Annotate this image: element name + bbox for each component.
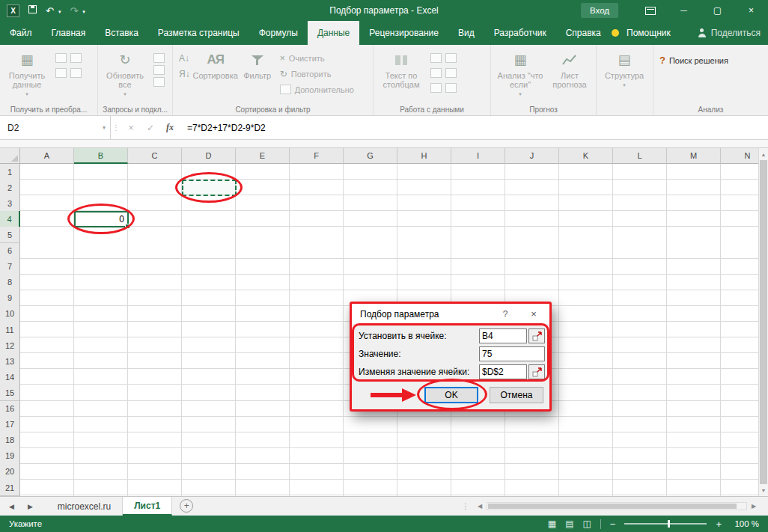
to-value-input[interactable] [479, 346, 545, 361]
zoom-out-button[interactable]: − [610, 519, 616, 530]
tab-help[interactable]: Справка [556, 21, 611, 45]
row-header-19[interactable]: 19 [0, 448, 20, 465]
row-header-7[interactable]: 7 [0, 259, 20, 275]
column-header-A[interactable]: A [20, 148, 74, 164]
cancel-entry-button[interactable]: × [121, 116, 141, 139]
manage-data-model-icon[interactable] [445, 83, 457, 93]
advanced-filter-button[interactable]: Дополнительно [277, 82, 357, 97]
set-cell-input[interactable] [479, 328, 527, 343]
minimize-button[interactable]: ─ [667, 0, 701, 21]
row-header-2[interactable]: 2 [0, 180, 20, 196]
clear-filter-button[interactable]: ×Очистить [277, 50, 357, 66]
tab-developer[interactable]: Разработчик [484, 21, 556, 45]
zoom-in-button[interactable]: + [716, 519, 722, 530]
row-header-18[interactable]: 18 [0, 432, 20, 449]
data-validation-icon[interactable] [430, 83, 442, 93]
sheet-tab-microexcel[interactable]: microexcel.ru [46, 497, 123, 516]
formula-bar-handle[interactable]: ⋮ [111, 116, 121, 139]
set-cell-range-picker-button[interactable] [528, 328, 545, 343]
row-header-14[interactable]: 14 [0, 369, 20, 385]
confirm-entry-button[interactable]: ✓ [141, 116, 160, 139]
dialog-title-bar[interactable]: Подбор параметра ? × [352, 304, 549, 324]
row-header-13[interactable]: 13 [0, 353, 20, 370]
row-header-6[interactable]: 6 [0, 243, 20, 260]
connections-icon[interactable] [153, 53, 165, 63]
row-header-8[interactable]: 8 [0, 275, 20, 291]
scroll-left-icon[interactable]: ◀ [475, 503, 485, 510]
tab-home[interactable]: Главная [42, 21, 96, 45]
name-box-caret-icon[interactable]: ▾ [103, 124, 106, 131]
formula-input[interactable]: =7*D2+17*D2-9*D2 [180, 116, 768, 139]
scroll-down-icon[interactable]: ▼ [759, 485, 768, 495]
by-cell-range-picker-button[interactable] [528, 364, 545, 379]
flash-fill-icon[interactable] [430, 53, 442, 63]
zoom-slider-thumb[interactable] [668, 520, 670, 528]
column-header-L[interactable]: L [613, 148, 667, 164]
row-header-10[interactable]: 10 [0, 306, 20, 322]
tab-insert[interactable]: Вставка [95, 21, 148, 45]
row-header-5[interactable]: 5 [0, 227, 20, 243]
column-header-H[interactable]: H [397, 148, 451, 164]
column-header-C[interactable]: C [128, 148, 182, 164]
column-header-J[interactable]: J [505, 148, 559, 164]
sheet-tab-list1[interactable]: Лист1 [123, 497, 172, 516]
row-header-3[interactable]: 3 [0, 195, 20, 212]
page-layout-view-icon[interactable]: ▤ [565, 519, 573, 529]
maximize-button[interactable]: ▢ [701, 0, 734, 21]
sign-in-button[interactable]: Вход [581, 3, 618, 18]
horizontal-scroll-thumb[interactable] [488, 504, 737, 509]
vertical-scrollbar[interactable]: ▲ ▼ [758, 148, 768, 496]
scroll-up-icon[interactable]: ▲ [759, 149, 768, 159]
zoom-level[interactable]: 100 % [731, 519, 759, 528]
save-button[interactable] [28, 5, 37, 16]
column-header-I[interactable]: I [451, 148, 505, 164]
column-header-E[interactable]: E [236, 148, 290, 164]
undo-caret-icon[interactable]: ▾ [58, 9, 61, 15]
filter-button[interactable]: Фильтр [238, 47, 277, 80]
tab-page-layout[interactable]: Разметка страницы [148, 21, 249, 45]
cell-D2-dashed-selection[interactable] [182, 180, 237, 196]
undo-button[interactable]: ↶ [46, 6, 54, 16]
properties-icon[interactable] [153, 65, 165, 75]
ribbon-display-options-button[interactable] [633, 0, 667, 21]
row-header-4[interactable]: 4 [0, 211, 20, 227]
tab-review[interactable]: Рецензирование [359, 21, 448, 45]
insert-function-button[interactable]: fx [160, 116, 180, 139]
share-button[interactable]: Поделиться [711, 28, 761, 38]
tab-file[interactable]: Файл [0, 21, 42, 45]
close-button[interactable]: × [734, 0, 768, 21]
what-if-analysis-button[interactable]: ▦ Анализ "что если" ▾ [494, 47, 546, 99]
horizontal-scrollbar[interactable]: ◀ ▶ [475, 497, 768, 516]
sort-descending-button[interactable]: Я↓ [176, 66, 193, 82]
text-to-columns-button[interactable]: Текст по столбцам [377, 47, 426, 89]
name-box[interactable]: D2 ▾ [0, 116, 111, 139]
prev-sheet-icon[interactable]: ◀ [9, 503, 14, 510]
column-header-B[interactable]: B [74, 148, 128, 164]
tab-scroll-splitter[interactable]: ⋮ [457, 497, 475, 516]
row-header-21[interactable]: 21 [0, 480, 20, 496]
solver-button[interactable]: ? Поиск решения [656, 52, 731, 68]
column-header-G[interactable]: G [344, 148, 397, 164]
sort-ascending-button[interactable]: А↓ [176, 50, 193, 66]
row-header-12[interactable]: 12 [0, 337, 20, 354]
remove-duplicates-icon[interactable] [430, 68, 442, 78]
sort-button[interactable]: АЯ Сортировка [193, 47, 238, 80]
reapply-button[interactable]: ↻Повторить [277, 66, 357, 82]
dialog-help-button[interactable]: ? [494, 304, 516, 324]
row-header-9[interactable]: 9 [0, 290, 20, 307]
new-sheet-button[interactable]: + [180, 499, 193, 513]
cell-B4-active[interactable]: 0 [74, 211, 129, 227]
scroll-right-icon[interactable]: ▶ [749, 503, 759, 510]
tab-data[interactable]: Данные [308, 21, 359, 45]
redo-button[interactable]: ↷ [70, 6, 78, 16]
column-header-K[interactable]: K [559, 148, 613, 164]
from-table-icon[interactable] [55, 68, 67, 78]
tab-view[interactable]: Вид [448, 21, 484, 45]
page-break-view-icon[interactable]: ◫ [582, 519, 591, 529]
from-web-icon[interactable] [70, 53, 82, 63]
ok-button[interactable]: OK [424, 387, 478, 403]
from-text-icon[interactable] [55, 53, 67, 63]
assistant-button[interactable]: Помощник [624, 21, 674, 45]
refresh-all-button[interactable]: ↻ Обновить все ▾ [101, 47, 149, 99]
recent-sources-icon[interactable] [70, 68, 82, 78]
